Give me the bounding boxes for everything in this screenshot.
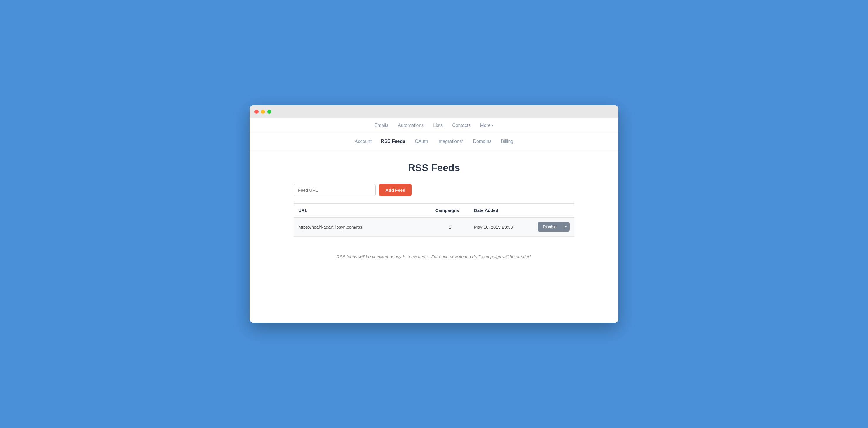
titlebar (250, 105, 618, 118)
table-row: https://noahkagan.libsyn.com/rss 1 May 1… (293, 217, 575, 236)
nav-more[interactable]: More ▾ (480, 123, 493, 128)
nav-contacts[interactable]: Contacts (452, 123, 470, 128)
campaigns-cell: 1 (431, 217, 469, 236)
chevron-down-icon: ▾ (492, 123, 494, 128)
feed-url-cell: https://noahkagan.libsyn.com/rss (293, 217, 431, 236)
nav-lists[interactable]: Lists (433, 123, 443, 128)
traffic-lights (254, 110, 271, 114)
subnav-billing[interactable]: Billing (501, 139, 514, 144)
sub-nav: Account RSS Feeds OAuth Integrations* Do… (250, 133, 618, 150)
nav-automations[interactable]: Automations (398, 123, 424, 128)
nav-emails[interactable]: Emails (374, 123, 389, 128)
disable-btn-group: Disable ▾ (537, 222, 570, 232)
nav-more-label: More (480, 123, 491, 128)
col-header-actions (526, 203, 575, 217)
window-body: Emails Automations Lists Contacts More ▾… (250, 118, 618, 323)
close-button[interactable] (254, 110, 258, 114)
feeds-table: URL Campaigns Date Added https://noahkag… (293, 203, 575, 236)
top-nav: Emails Automations Lists Contacts More ▾ (250, 118, 618, 133)
disable-dropdown-button[interactable]: ▾ (562, 222, 570, 232)
add-feed-button[interactable]: Add Feed (379, 184, 412, 196)
page-title: RSS Feeds (293, 162, 575, 173)
chevron-down-icon: ▾ (565, 225, 567, 229)
add-feed-row: Add Feed (293, 184, 575, 196)
subnav-integrations[interactable]: Integrations* (437, 139, 464, 144)
subnav-account[interactable]: Account (355, 139, 372, 144)
date-added-cell: May 16, 2019 23:33 (469, 217, 526, 236)
col-header-date-added: Date Added (469, 203, 526, 217)
actions-cell: Disable ▾ (526, 217, 575, 236)
col-header-campaigns: Campaigns (431, 203, 469, 217)
footer-note: RSS feeds will be checked hourly for new… (293, 254, 575, 259)
table-header-row: URL Campaigns Date Added (293, 203, 575, 217)
disable-button[interactable]: Disable (537, 222, 562, 232)
col-header-url: URL (293, 203, 431, 217)
subnav-oauth[interactable]: OAuth (415, 139, 428, 144)
minimize-button[interactable] (261, 110, 265, 114)
feed-url-input[interactable] (293, 184, 375, 196)
main-content: RSS Feeds Add Feed URL Campaigns Date Ad… (288, 150, 580, 271)
browser-window: Emails Automations Lists Contacts More ▾… (250, 105, 618, 323)
subnav-rss-feeds[interactable]: RSS Feeds (381, 139, 406, 144)
subnav-domains[interactable]: Domains (473, 139, 491, 144)
maximize-button[interactable] (267, 110, 271, 114)
